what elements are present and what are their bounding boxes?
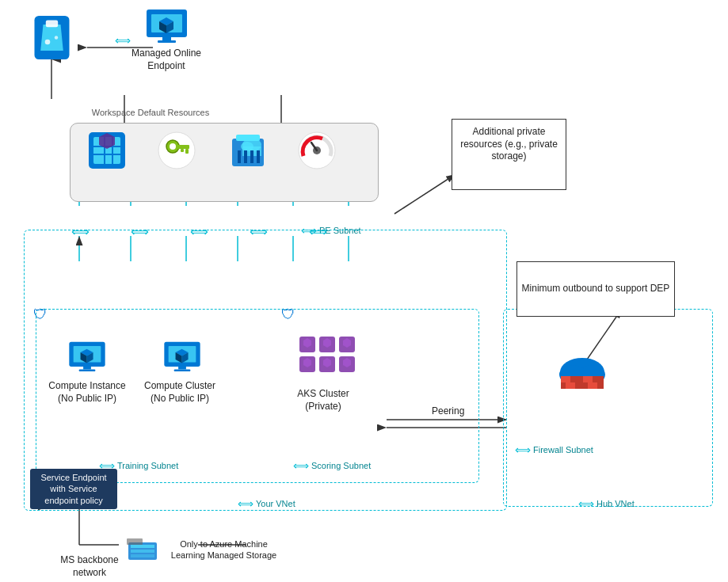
svg-point-34: [54, 36, 57, 39]
svg-rect-41: [158, 40, 176, 43]
svg-rect-105: [583, 376, 593, 382]
your-vnet-arrow-icon: ⟺: [238, 497, 253, 510]
firewall-icon: [551, 352, 614, 402]
svg-rect-40: [162, 37, 171, 40]
svg-rect-111: [599, 382, 604, 389]
shield-icon-right: 🛡: [281, 306, 295, 323]
pe-connector-3: ⟺: [190, 224, 208, 239]
firewall-subnet-label: ⟺ Firewall Subnet: [515, 443, 593, 456]
svg-rect-79: [178, 367, 186, 370]
svg-line-22: [394, 174, 455, 214]
app-insights-icon: [297, 131, 337, 173]
svg-rect-32: [45, 21, 57, 28]
compute-cluster-label: Compute Cluster (No Public IP): [136, 380, 223, 405]
minimum-outbound-label: Minimum outbound to support DEP: [522, 283, 670, 295]
svg-rect-109: [577, 382, 586, 389]
svg-rect-73: [79, 369, 95, 371]
svg-rect-63: [257, 150, 260, 163]
svg-marker-31: [40, 25, 63, 51]
minimum-outbound-box: Minimum outbound to support DEP: [516, 261, 675, 317]
svg-rect-103: [561, 376, 570, 382]
pe-subnet-connectors-row: ⟺ ⟺ ⟺ ⟺ ⟺: [71, 224, 327, 239]
compute-cluster-icon: [154, 340, 210, 375]
svg-rect-94: [131, 545, 154, 548]
svg-rect-106: [594, 376, 604, 382]
svg-rect-104: [572, 376, 581, 382]
service-endpoint-box: Service Endpoint with Service endpoint p…: [30, 469, 117, 509]
hub-vnet-label: ⟺ Hub VNet: [578, 497, 635, 510]
key-vault-icon: [157, 131, 196, 173]
firewall-subnet-icon: ⟺: [515, 443, 531, 456]
additional-private-resources-box: Additional private resources (e.g., priv…: [452, 119, 566, 190]
managed-online-endpoint-icon: [139, 8, 194, 46]
svg-rect-62: [250, 150, 253, 163]
pe-connector-5: ⟺: [309, 224, 327, 239]
hub-vnet-icon: ⟺: [578, 497, 594, 510]
storage-icon: [87, 131, 127, 173]
svg-rect-110: [588, 382, 597, 389]
hub-vnet-box: [503, 309, 713, 507]
scoring-subnet-icon: ⟺: [293, 459, 309, 472]
ms-backbone-storage-icon: [127, 538, 158, 565]
svg-text:⟺: ⟺: [115, 34, 131, 47]
pe-connector-1: ⟺: [71, 224, 90, 239]
shield-icon-left: 🛡: [33, 306, 48, 323]
only-azure-ml-label: Only to Azure Machine Learning Managed S…: [162, 538, 285, 561]
peering-label: Peering: [432, 405, 464, 418]
aks-cluster-icon: [292, 333, 363, 382]
svg-rect-54: [181, 149, 184, 152]
svg-point-51: [170, 143, 176, 150]
svg-point-33: [44, 40, 50, 45]
container-registry-icon: [228, 131, 268, 173]
svg-rect-80: [174, 369, 190, 371]
main-diagram: ⟺: [0, 0, 728, 582]
ms-backbone-label: MS backbone network: [54, 554, 125, 579]
scoring-subnet-label: ⟺ Scoring Subnet: [293, 459, 371, 472]
aks-cluster-label: AKS Cluster (Private): [284, 388, 363, 413]
compute-instance-icon: [59, 340, 115, 375]
pe-connector-4: ⟺: [250, 224, 268, 239]
svg-rect-95: [131, 550, 154, 553]
your-vnet-label: ⟺ Your VNet: [238, 497, 295, 510]
additional-private-resources-label: Additional private resources (e.g., priv…: [457, 126, 561, 163]
svg-rect-52: [177, 145, 189, 149]
svg-rect-72: [83, 367, 91, 370]
svg-rect-96: [131, 554, 154, 557]
managed-online-endpoint-label: Managed Online Endpoint: [127, 48, 206, 72]
workspace-default-resources-label: Workspace Default Resources: [87, 107, 214, 118]
svg-rect-53: [185, 149, 189, 154]
svg-rect-108: [566, 382, 575, 389]
svg-rect-60: [238, 150, 241, 163]
azure-ml-icon: [24, 16, 79, 62]
svg-rect-61: [244, 150, 247, 163]
svg-rect-97: [127, 538, 143, 545]
pe-connector-2: ⟺: [131, 224, 149, 239]
compute-instance-label: Compute Instance (No Public IP): [44, 380, 131, 405]
